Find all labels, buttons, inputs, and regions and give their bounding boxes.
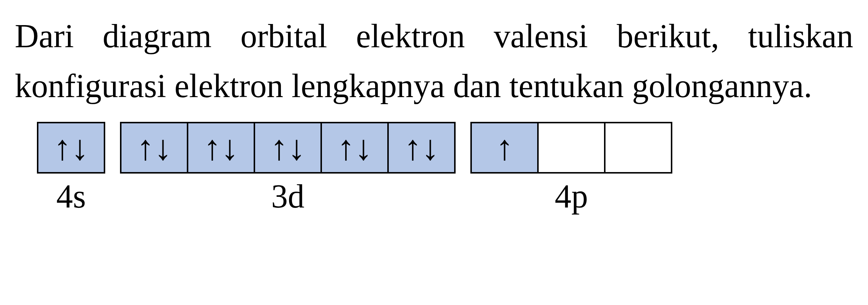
electron-arrows: ↑ [496, 127, 514, 168]
orbital-label-4s: 4s [56, 177, 86, 215]
orbital-box [604, 122, 672, 174]
electron-arrows: ↑↓ [203, 127, 239, 168]
orbital-diagram: ↑↓ 4s ↑↓ ↑↓ ↑↓ ↑↓ ↑↓ 3d ↑ [15, 122, 853, 215]
orbital-box: ↑↓ [254, 122, 322, 174]
orbital-label-3d: 3d [271, 177, 305, 215]
orbital-4p-boxes: ↑ [470, 122, 672, 174]
orbital-label-4p: 4p [555, 177, 588, 215]
orbital-3d: ↑↓ ↑↓ ↑↓ ↑↓ ↑↓ 3d [120, 122, 456, 215]
electron-arrows: ↑↓ [54, 127, 89, 168]
electron-arrows: ↑↓ [270, 127, 305, 168]
orbital-box: ↑↓ [387, 122, 456, 174]
orbital-box: ↑↓ [37, 122, 105, 174]
orbital-4s-boxes: ↑↓ [37, 122, 105, 174]
orbital-box: ↑ [470, 122, 539, 174]
orbital-3d-boxes: ↑↓ ↑↓ ↑↓ ↑↓ ↑↓ [120, 122, 456, 174]
electron-arrows: ↑↓ [137, 127, 172, 168]
orbital-box: ↑↓ [320, 122, 389, 174]
orbital-4s: ↑↓ 4s [37, 122, 105, 215]
electron-arrows: ↑↓ [337, 127, 372, 168]
electron-arrows: ↑↓ [404, 127, 439, 168]
question-text: Dari diagram orbital elektron valensi be… [15, 11, 853, 111]
orbital-box: ↑↓ [120, 122, 188, 174]
orbital-box: ↑↓ [187, 122, 255, 174]
orbital-box [537, 122, 605, 174]
orbital-4p: ↑ 4p [470, 122, 672, 215]
